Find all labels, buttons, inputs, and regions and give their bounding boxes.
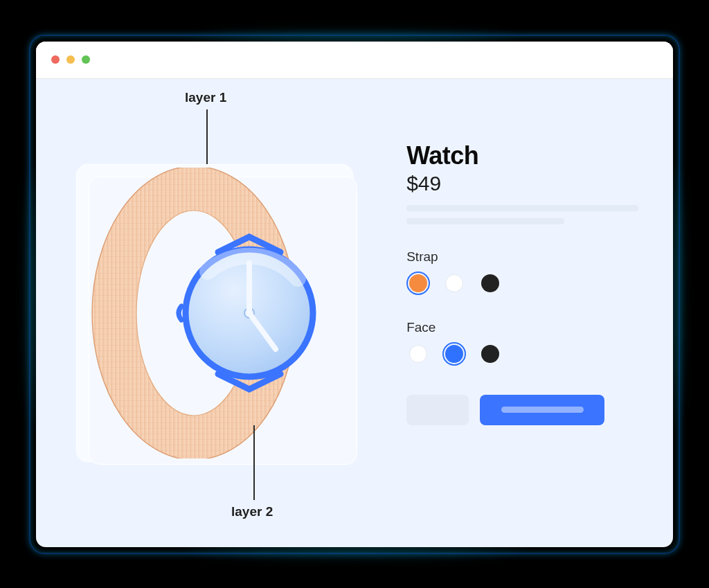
watch-illustration bbox=[90, 168, 339, 458]
primary-action-button[interactable] bbox=[480, 395, 604, 425]
button-label-placeholder bbox=[501, 407, 584, 413]
face-option-label: Face bbox=[406, 320, 638, 335]
product-image-stack bbox=[76, 164, 353, 462]
product-details-panel: Watch $49 Strap Face bbox=[393, 79, 673, 547]
description-placeholder-line bbox=[406, 205, 638, 211]
strap-swatch-black[interactable] bbox=[478, 271, 502, 295]
face-swatch-blue[interactable] bbox=[442, 342, 466, 366]
action-row bbox=[406, 395, 638, 425]
strap-swatch-white[interactable] bbox=[442, 271, 466, 295]
product-title: Watch bbox=[406, 141, 638, 170]
annotation-line-1 bbox=[206, 109, 208, 165]
strap-option-label: Strap bbox=[406, 249, 638, 265]
zoom-icon[interactable] bbox=[82, 55, 90, 64]
secondary-action-button[interactable] bbox=[406, 395, 469, 425]
watch-crown-icon bbox=[179, 306, 181, 320]
product-preview-panel: layer 1 bbox=[36, 79, 393, 547]
strap-swatch-row bbox=[406, 271, 638, 295]
window-titlebar bbox=[36, 42, 673, 79]
annotation-layer-1: layer 1 bbox=[185, 90, 226, 105]
close-icon[interactable] bbox=[51, 55, 60, 64]
window-glow: layer 1 bbox=[36, 42, 673, 547]
product-price: $49 bbox=[406, 172, 638, 195]
window-content: layer 1 bbox=[36, 79, 673, 547]
face-swatch-row bbox=[406, 342, 638, 366]
face-swatch-black[interactable] bbox=[478, 342, 502, 366]
strap-swatch-orange[interactable] bbox=[406, 271, 430, 295]
face-swatch-white[interactable] bbox=[406, 342, 430, 366]
annotation-layer-2: layer 2 bbox=[231, 504, 273, 519]
minimize-icon[interactable] bbox=[66, 55, 75, 64]
watch-face-icon bbox=[186, 249, 313, 377]
description-placeholder-line bbox=[406, 218, 564, 224]
browser-window: layer 1 bbox=[36, 42, 673, 547]
annotation-line-2 bbox=[253, 425, 255, 500]
